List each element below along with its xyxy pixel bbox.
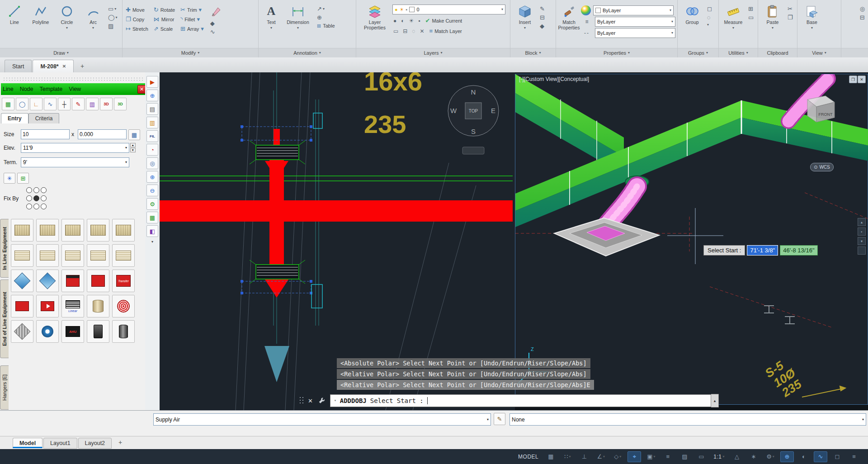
viewcube[interactable]: FRONT xyxy=(807,96,835,122)
trim-dropdown-icon[interactable]: ▾ xyxy=(199,7,202,13)
stretch-button[interactable]: ↦Stretch xyxy=(124,24,150,33)
menu-line[interactable]: Line xyxy=(3,86,14,92)
filter-select[interactable]: None▾ xyxy=(509,413,866,426)
fillet-button[interactable]: ◝Fillet▾ xyxy=(179,15,205,24)
tab-entry[interactable]: Entry xyxy=(1,113,28,123)
dimension-button[interactable]: Dimension ▾ xyxy=(283,2,313,48)
elevation-spin-up-icon[interactable]: ▴ xyxy=(130,143,136,147)
group-edit-button[interactable]: ◌ xyxy=(706,14,713,21)
fillet-dropdown-icon[interactable]: ▾ xyxy=(197,16,200,22)
side-tab-endline-equipment[interactable]: End of Line Equipment xyxy=(0,279,9,358)
isodraft-toggle[interactable]: ◇▾ xyxy=(611,451,624,462)
graphics-performance-toggle[interactable]: ∿ xyxy=(814,451,827,462)
scroll-right-button[interactable] xyxy=(858,246,866,255)
measure-button[interactable]: Measure ▾ xyxy=(721,2,746,48)
zoom-in-tool-button[interactable]: ⊕ xyxy=(146,90,158,101)
size-input[interactable] xyxy=(21,129,70,139)
rectangle-tool-button[interactable]: ▭▾ xyxy=(107,5,119,12)
array-dropdown-icon[interactable]: ▾ xyxy=(201,26,204,32)
arc-button[interactable]: Arc ▾ xyxy=(80,2,106,48)
new-layout-button[interactable]: + xyxy=(115,437,125,447)
equipment-grille-4[interactable] xyxy=(87,244,109,267)
floor-diffuser[interactable] xyxy=(554,218,659,256)
scale-button[interactable]: ⇗Scale xyxy=(152,24,176,33)
recent-commands-icon[interactable]: ▾ xyxy=(334,399,336,402)
command-bar-grip[interactable] xyxy=(299,396,304,405)
command-wrench-icon[interactable] xyxy=(318,397,326,404)
modify-panel-label[interactable]: Modify▾ xyxy=(123,48,258,57)
stack-option-button[interactable]: ⊞ xyxy=(17,173,29,184)
groups-panel-label[interactable]: Groups▾ xyxy=(678,48,718,57)
equipment-fire-damper-1[interactable] xyxy=(61,270,84,292)
draw-tool-icon[interactable]: ✎ xyxy=(72,98,85,110)
tab-drawing-m208[interactable]: M-208*✕ xyxy=(33,60,74,72)
clean-screen-button[interactable]: ◻ xyxy=(830,451,844,462)
command-input[interactable]: ▾ ADDDOBJ Select Start : xyxy=(330,394,711,407)
command-bar-close-icon[interactable]: ✕ xyxy=(308,398,313,404)
elbow-tool-icon[interactable]: ∟ xyxy=(30,98,42,110)
zoom-out-button[interactable]: ⊖ xyxy=(146,185,158,196)
move-button[interactable]: ✚Move xyxy=(124,5,150,14)
quick-select-button[interactable]: ▭ xyxy=(747,14,755,21)
fixby-anchor[interactable] xyxy=(41,187,47,193)
leader-dropdown-icon[interactable]: ▾ xyxy=(323,7,325,11)
make-current-button[interactable]: ✔Make Current xyxy=(424,16,464,25)
grid-tool-button[interactable]: ▦ xyxy=(146,212,158,223)
equipment-transfer-duct[interactable]: Transfer xyxy=(112,270,135,292)
insert-button[interactable]: Insert ▾ xyxy=(512,2,538,48)
system-edit-button[interactable]: ✎ xyxy=(494,413,505,425)
equipment-flex-coil[interactable] xyxy=(112,295,135,317)
3d-red-tool-icon[interactable]: 3D xyxy=(100,98,113,110)
overflow-tool-button[interactable]: ◎ xyxy=(859,5,866,12)
block-panel-label[interactable]: Block▾ xyxy=(510,48,556,57)
color-wheel-icon[interactable] xyxy=(581,5,591,15)
snowflake-option-button[interactable]: ✳ xyxy=(4,173,15,184)
wcs-indicator[interactable]: ⊙WCS xyxy=(810,163,834,171)
equipment-fire-damper-2[interactable] xyxy=(87,270,109,292)
layer-merge-button[interactable]: ⊟ xyxy=(402,28,408,34)
equipment-damper-1[interactable] xyxy=(11,270,33,292)
equipment-vav-box-4[interactable] xyxy=(87,219,109,241)
match-properties-button[interactable]: Match Properties xyxy=(558,2,580,48)
erase-button[interactable] xyxy=(209,5,223,18)
polyline-button[interactable]: Polyline xyxy=(28,2,53,48)
copy-button[interactable]: ❐Copy xyxy=(124,15,150,24)
side-tab-inline-equipment[interactable]: In Line Equipment xyxy=(0,219,9,278)
workspace-dropdown-icon[interactable]: ▾ xyxy=(773,455,774,459)
equipment-linear-diffuser[interactable]: Linear xyxy=(61,295,84,317)
osnap-dropdown-icon[interactable]: ▾ xyxy=(653,455,655,459)
autoscale-toggle[interactable]: ∗ xyxy=(747,451,760,462)
layers-tool-button[interactable]: ▥ xyxy=(146,117,158,128)
isolate-objects-button[interactable]: ◐ xyxy=(797,451,811,462)
define-attributes-button[interactable]: ⊟ xyxy=(538,14,546,21)
base-view-button[interactable]: Base ▾ xyxy=(799,2,825,48)
annotation-visibility-toggle[interactable]: △ xyxy=(730,451,744,462)
rotate-button[interactable]: ↻Rotate xyxy=(152,5,176,14)
elevation-spin-down-icon[interactable]: ▾ xyxy=(130,148,136,152)
cut-button[interactable]: ✂ xyxy=(786,5,794,12)
transparency-toggle[interactable]: ▨ xyxy=(678,451,691,462)
circle-dropdown-icon[interactable]: ▾ xyxy=(66,26,68,30)
ucs-pill[interactable] xyxy=(462,147,484,154)
layer-off-button[interactable]: ● xyxy=(392,18,397,24)
layer-delete-button[interactable]: ✕ xyxy=(419,28,425,34)
grid-display-toggle[interactable]: ▦ xyxy=(544,451,557,462)
array-button[interactable]: ⊞Array▾ xyxy=(179,24,205,33)
equipment-vav-box-1[interactable] xyxy=(11,219,33,241)
equipment-round-damper[interactable] xyxy=(36,320,59,343)
layer-walk-button[interactable]: ▭ xyxy=(392,28,399,34)
arc-dropdown-icon[interactable]: ▾ xyxy=(92,26,94,30)
menu-template[interactable]: Template xyxy=(40,86,63,92)
overflow-tool-2-button[interactable]: ⊟ xyxy=(859,14,866,21)
equipment-red-box[interactable] xyxy=(11,295,33,317)
ellipse-dropdown-icon[interactable]: ▾ xyxy=(116,16,118,19)
create-block-button[interactable]: ◆ xyxy=(538,23,546,29)
tab-close-icon[interactable]: ✕ xyxy=(62,64,66,69)
tee-tool-icon[interactable]: ┼ xyxy=(58,98,71,110)
base-view-dropdown-icon[interactable]: ▾ xyxy=(811,26,813,30)
zoom-window-button[interactable]: ⊕ xyxy=(146,171,158,183)
paste-button[interactable]: Paste ▾ xyxy=(760,2,785,48)
palette-grip-handle[interactable] xyxy=(2,76,143,80)
layers-panel-label[interactable]: Layers▾ xyxy=(356,48,510,57)
model-space-button[interactable]: MODEL xyxy=(516,451,541,462)
